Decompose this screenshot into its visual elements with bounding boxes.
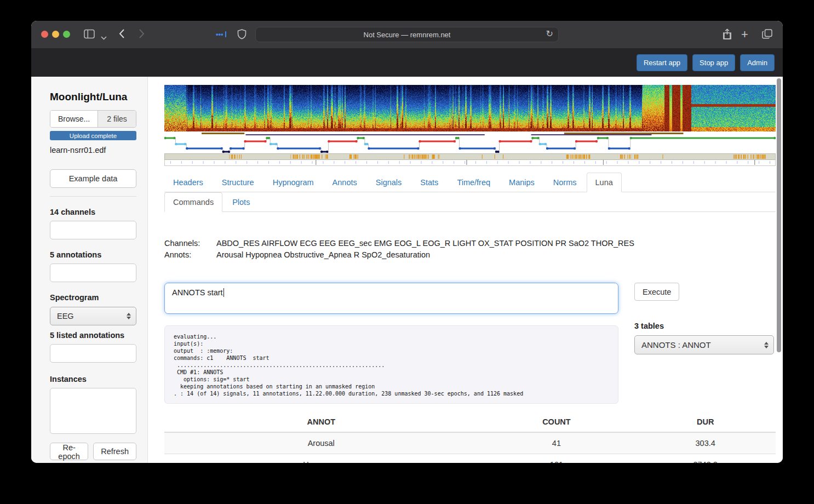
command-text: ANNOTS start [172, 288, 223, 297]
main-tabs: HeadersStructureHypnogramAnnotsSignalsSt… [164, 173, 776, 192]
tab-overview-icon[interactable] [762, 29, 772, 41]
stop-app-button[interactable]: Stop app [692, 54, 735, 71]
tab-time-freq[interactable]: Time/freq [448, 173, 499, 192]
table-select-value: ANNOTS : ANNOT [641, 340, 711, 350]
close-window-button[interactable] [41, 31, 48, 38]
spectrogram-channel-value: EEG [57, 312, 74, 320]
upload-progress-bar: Upload complete [50, 131, 136, 140]
sidebar: Moonlight/Luna Browse... 2 files Upload … [31, 77, 148, 463]
tab-norms[interactable]: Norms [544, 173, 586, 192]
re-epoch-button[interactable]: Re-epoch [50, 443, 88, 460]
tab-headers[interactable]: Headers [164, 173, 212, 192]
spectrogram-channel-select[interactable]: EEG [50, 307, 136, 325]
browser-window: ••• Not Secure — remnrem.net ↻ + Restart… [31, 21, 783, 463]
address-bar-text: Not Secure — remnrem.net [364, 31, 451, 39]
epoch-ruler [164, 160, 776, 166]
signal-viewer [164, 85, 776, 166]
tab-stats[interactable]: Stats [411, 173, 447, 192]
result-table: ANNOTCOUNTDUR Arousal41303.4Hypopnea1012… [164, 413, 776, 463]
channels-count-label: 14 channels [50, 208, 136, 216]
tab-structure[interactable]: Structure [213, 173, 263, 192]
annots-meta-value: Arousal Hypopnea Obstructive_Apnea R SpO… [216, 249, 430, 261]
subtab-commands[interactable]: Commands [164, 192, 222, 212]
tab-group-icon[interactable]: ••• [216, 30, 226, 38]
refresh-page-icon[interactable]: ↻ [546, 28, 553, 39]
table-cell: Arousal [164, 432, 478, 454]
minimize-window-button[interactable] [52, 31, 59, 38]
table-cell: 101 [478, 454, 635, 463]
console-text: evaluating... input(s): output : :memory… [174, 333, 609, 397]
app-title: Moonlight/Luna [50, 91, 136, 103]
sidebar-toggle-icon[interactable] [84, 29, 95, 41]
tab-signals[interactable]: Signals [367, 173, 411, 192]
table-cell: 41 [478, 432, 635, 454]
new-tab-icon[interactable]: + [741, 27, 748, 42]
refresh-button[interactable]: Refresh [93, 443, 136, 460]
loaded-filename: learn-nsrr01.edf [50, 146, 136, 154]
main-content: HeadersStructureHypnogramAnnotsSignalsSt… [148, 77, 783, 463]
tab-luna[interactable]: Luna [587, 173, 622, 192]
col-header-annot: ANNOT [164, 413, 478, 432]
zoom-window-button[interactable] [63, 31, 70, 38]
tab-hypnogram[interactable]: Hypnogram [264, 173, 323, 192]
scrollbar-thumb[interactable] [777, 78, 781, 352]
browse-button[interactable]: Browse... [50, 111, 98, 127]
select-stepper-icon [127, 313, 131, 319]
luna-subtabs: CommandsPlots [164, 192, 776, 212]
select-stepper-icon [764, 342, 769, 348]
text-caret [223, 288, 224, 297]
channels-filter-input[interactable] [50, 221, 136, 239]
col-header-dur: DUR [635, 413, 776, 432]
table-row: Hypopnea1012743.2 [164, 454, 776, 463]
spectrogram-label: Spectrogram [50, 293, 136, 302]
listed-annotations-input[interactable] [50, 344, 136, 363]
annotations-count-label: 5 annotations [50, 250, 136, 259]
table-cell: 2743.2 [635, 454, 776, 463]
sidebar-divider [50, 196, 136, 197]
table-row: Arousal41303.4 [164, 432, 776, 454]
forward-button[interactable] [139, 28, 145, 41]
app-header: Restart app Stop app Admin [31, 48, 783, 77]
admin-button[interactable]: Admin [740, 54, 775, 71]
table-cell: Hypopnea [164, 454, 478, 463]
browse-file-control[interactable]: Browse... 2 files [50, 110, 136, 128]
address-bar[interactable]: Not Secure — remnrem.net ↻ [255, 27, 559, 42]
browser-titlebar: ••• Not Secure — remnrem.net ↻ + [31, 21, 783, 48]
channels-meta-value: ABDO_RES AIRFLOW ECG EEG EEG_sec EMG EOG… [216, 238, 634, 249]
share-icon[interactable] [723, 28, 732, 42]
channels-meta-label: Channels: [164, 238, 216, 249]
tab-annots[interactable]: Annots [324, 173, 366, 192]
table-cell: 303.4 [635, 432, 776, 454]
annotation-band [164, 153, 776, 160]
listed-annotations-label: 5 listed annotations [50, 331, 136, 340]
dataset-meta: Channels: ABDO_RES AIRFLOW ECG EEG EEG_s… [164, 238, 783, 261]
hypnogram-canvas [164, 131, 776, 153]
col-header-count: COUNT [478, 413, 635, 432]
result-table-header: ANNOTCOUNTDUR [164, 413, 776, 432]
files-count-badge: 2 files [98, 111, 136, 127]
example-data-button[interactable]: Example data [50, 169, 136, 188]
execute-button[interactable]: Execute [634, 283, 679, 301]
privacy-shield-icon[interactable] [237, 29, 247, 42]
console-output: evaluating... input(s): output : :memory… [164, 325, 618, 404]
spectrogram-canvas [164, 85, 776, 131]
subtab-plots[interactable]: Plots [223, 192, 259, 212]
command-input[interactable]: ANNOTS start [164, 283, 618, 314]
instances-label: Instances [50, 375, 136, 383]
instances-textarea[interactable] [50, 388, 136, 434]
tab-manips[interactable]: Manips [500, 173, 543, 192]
annots-meta-label: Annots: [164, 249, 216, 261]
tables-count-label: 3 tables [634, 322, 775, 330]
back-button[interactable] [119, 28, 125, 41]
annotations-filter-input[interactable] [50, 264, 136, 282]
table-select[interactable]: ANNOTS : ANNOT [634, 335, 774, 354]
restart-app-button[interactable]: Restart app [637, 54, 687, 71]
tables-panel: 3 tables ANNOTS : ANNOT [634, 322, 775, 354]
chevron-down-icon[interactable] [101, 32, 107, 42]
